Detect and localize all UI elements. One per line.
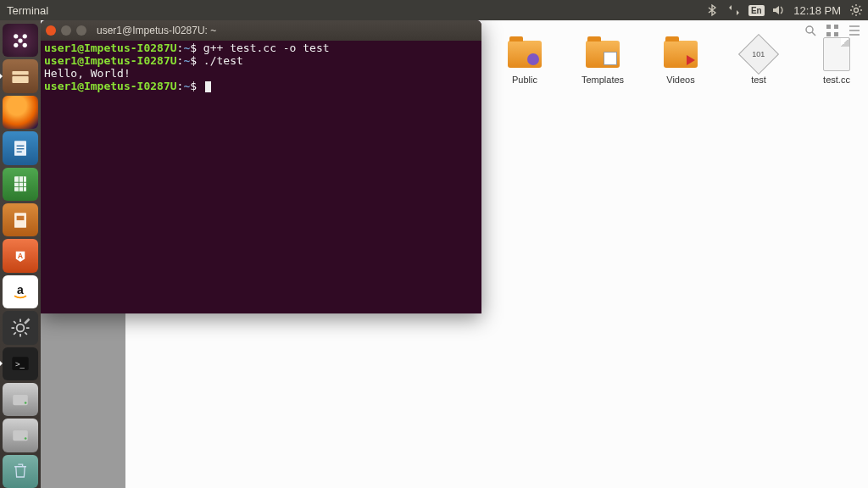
- desktop-icon-label: test: [751, 75, 766, 85]
- svg-point-26: [25, 402, 27, 404]
- desktop-icon-label: test.cc: [823, 75, 850, 85]
- launcher-settings[interactable]: [3, 311, 38, 344]
- svg-point-28: [25, 437, 27, 440]
- desktop-icon-public[interactable]: Public: [498, 37, 551, 85]
- launcher-amazon[interactable]: a: [3, 275, 38, 308]
- keyboard-lang-indicator[interactable]: En: [749, 3, 763, 17]
- svg-point-0: [854, 8, 859, 13]
- launcher-writer[interactable]: [3, 131, 38, 164]
- lang-label: En: [748, 5, 765, 16]
- cmd-text: g++ test.cc -o test: [203, 42, 330, 54]
- grid-view-icon[interactable]: [826, 24, 839, 37]
- folder-icon: [584, 37, 621, 71]
- desktop-icon-videos[interactable]: Videos: [654, 37, 707, 85]
- desktop-icon-label: Public: [512, 75, 537, 85]
- list-view-icon[interactable]: [848, 24, 861, 37]
- terminal-titlebar[interactable]: user1@Impetus-I0287U: ~: [41, 20, 481, 41]
- desktop-icon-test-exec[interactable]: 101 test: [732, 37, 785, 85]
- folder-icon: [506, 37, 543, 71]
- window-minimize-button[interactable]: [61, 25, 71, 36]
- svg-text:a: a: [17, 283, 24, 297]
- svg-rect-15: [17, 148, 25, 149]
- desktop-icon-templates[interactable]: Templates: [576, 37, 629, 85]
- prompt-user: user1@Impetus-I0287U: [44, 42, 177, 54]
- launcher-dash[interactable]: [3, 24, 38, 57]
- document-icon: [818, 37, 855, 71]
- output-text: Hello, World!: [44, 67, 131, 80]
- desktop-icons: Public Templates Videos 101 test test.cc: [498, 37, 863, 85]
- unity-launcher: A a >_: [0, 20, 41, 488]
- sound-icon[interactable]: [771, 3, 785, 17]
- launcher-software[interactable]: A: [3, 239, 38, 272]
- svg-rect-12: [12, 76, 28, 83]
- launcher-disk-2[interactable]: [3, 419, 38, 452]
- launcher-terminal[interactable]: >_: [3, 347, 38, 380]
- terminal-window[interactable]: user1@Impetus-I0287U: ~ user1@Impetus-I0…: [41, 20, 481, 313]
- svg-point-22: [17, 324, 25, 331]
- launcher-files[interactable]: [3, 59, 38, 92]
- window-close-button[interactable]: [46, 25, 56, 36]
- network-icon[interactable]: [727, 3, 741, 17]
- svg-rect-16: [17, 151, 22, 152]
- terminal-body[interactable]: user1@Impetus-I0287U:~$ g++ test.cc -o t…: [41, 41, 481, 313]
- svg-rect-5: [834, 32, 838, 36]
- window-maximize-button[interactable]: [76, 25, 86, 36]
- svg-rect-3: [834, 25, 838, 29]
- svg-rect-17: [14, 177, 26, 192]
- svg-text:>_: >_: [15, 359, 25, 369]
- svg-rect-19: [17, 215, 25, 219]
- desktop-icon-label: Videos: [666, 75, 694, 85]
- app-title: Terminal: [7, 4, 48, 17]
- svg-point-9: [23, 42, 27, 47]
- search-icon[interactable]: [804, 24, 817, 37]
- svg-text:A: A: [18, 252, 24, 260]
- indicator-area: En 12:18 PM: [705, 3, 868, 17]
- desktop-icon-label: Templates: [581, 75, 624, 85]
- launcher-disk-1[interactable]: [3, 383, 38, 416]
- prompt-user: user1@Impetus-I0287U: [44, 54, 177, 67]
- svg-rect-2: [826, 25, 831, 29]
- prompt-user: user1@Impetus-I0287U: [44, 80, 177, 92]
- svg-point-7: [23, 34, 27, 38]
- svg-point-1: [806, 26, 813, 33]
- svg-point-10: [18, 38, 22, 42]
- executable-icon: 101: [740, 37, 777, 71]
- folder-icon: [662, 37, 699, 71]
- terminal-cursor: [205, 81, 211, 92]
- bluetooth-icon[interactable]: [705, 3, 719, 17]
- terminal-title: user1@Impetus-I0287U: ~: [97, 25, 216, 36]
- launcher-impress[interactable]: [3, 203, 38, 236]
- svg-point-6: [14, 34, 18, 38]
- svg-rect-4: [826, 32, 831, 36]
- svg-point-8: [14, 42, 18, 47]
- desktop-icon-test-cc[interactable]: test.cc: [810, 37, 863, 85]
- svg-rect-14: [17, 145, 25, 146]
- launcher-trash[interactable]: [3, 455, 38, 488]
- launcher-calc[interactable]: [3, 168, 38, 201]
- fm-view-controls: [804, 24, 861, 37]
- clock[interactable]: 12:18 PM: [793, 4, 841, 17]
- launcher-firefox[interactable]: [3, 96, 38, 129]
- cmd-text: ./test: [203, 54, 243, 67]
- svg-rect-11: [12, 71, 28, 75]
- top-menubar: Terminal En 12:18 PM: [0, 0, 868, 20]
- desktop-shadow: [41, 313, 125, 488]
- session-gear-icon[interactable]: [849, 3, 863, 17]
